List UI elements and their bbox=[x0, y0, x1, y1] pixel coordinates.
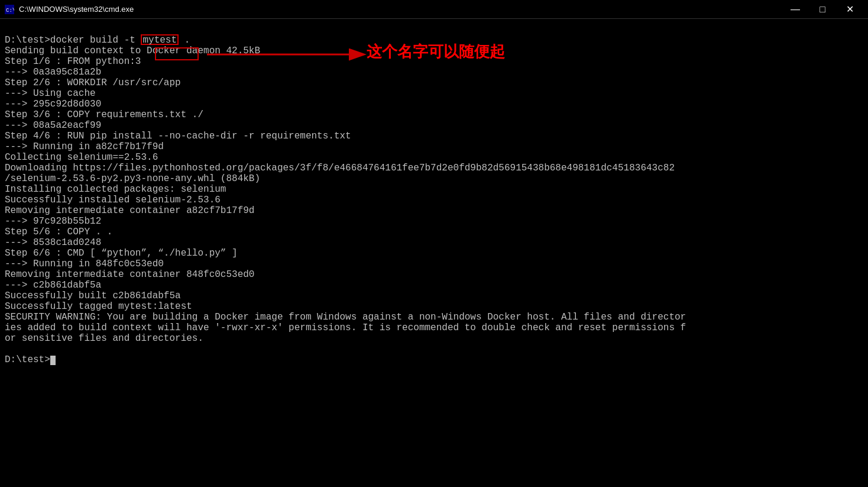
line-30 bbox=[5, 344, 863, 354]
line-18: ---> 97c928b55b12 bbox=[5, 216, 863, 227]
line-6: ---> Using cache bbox=[5, 88, 863, 99]
line-16: Successfully installed selenium-2.53.6 bbox=[5, 195, 863, 205]
line-23: Removing intermediate container 848fc0c5… bbox=[5, 269, 863, 280]
line-11: ---> Running in a82cf7b17f9d bbox=[5, 141, 863, 152]
line-20: ---> 8538c1ad0248 bbox=[5, 237, 863, 248]
line-24: ---> c2b861dabf5a bbox=[5, 280, 863, 291]
minimize-button[interactable]: — bbox=[782, 0, 809, 19]
title-bar-title: C:\WINDOWS\system32\cmd.exe bbox=[19, 5, 134, 14]
title-bar: C:\ C:\WINDOWS\system32\cmd.exe — □ ✕ bbox=[0, 0, 868, 19]
line-13: Downloading https://files.pythonhosted.o… bbox=[5, 163, 863, 173]
line-28: ies added to build context will have '-r… bbox=[5, 322, 863, 333]
title-bar-left: C:\ C:\WINDOWS\system32\cmd.exe bbox=[5, 5, 134, 14]
line-14: /selenium-2.53.6-py2.py3-none-any.whl (8… bbox=[5, 173, 863, 184]
line-8: Step 3/6 : COPY requirements.txt ./ bbox=[5, 109, 863, 120]
line-17: Removing intermediate container a82cf7b1… bbox=[5, 205, 863, 216]
line-3: Step 1/6 : FROM python:3 bbox=[5, 56, 863, 67]
line-7: ---> 295c92d8d030 bbox=[5, 99, 863, 109]
terminal-output: D:\test>docker build -t mytest . Sending… bbox=[5, 24, 863, 365]
terminal-body: 这个名字可以随便起 D:\test>docker build -t mytest… bbox=[0, 19, 868, 487]
line-9: ---> 08a5a2eacf99 bbox=[5, 120, 863, 131]
svg-text:C:\: C:\ bbox=[6, 8, 14, 14]
line-25: Successfully built c2b861dabf5a bbox=[5, 291, 863, 301]
close-button[interactable]: ✕ bbox=[836, 0, 863, 19]
prompt-line: D:\test> bbox=[5, 354, 863, 365]
annotation-arrow bbox=[207, 44, 373, 65]
line-22: ---> Running in 848fc0c53ed0 bbox=[5, 259, 863, 269]
line-10: Step 4/6 : RUN pip install --no-cache-di… bbox=[5, 131, 863, 141]
cursor bbox=[50, 356, 56, 365]
line-19: Step 5/6 : COPY . . bbox=[5, 227, 863, 237]
line-12: Collecting selenium==2.53.6 bbox=[5, 152, 863, 163]
title-bar-controls: — □ ✕ bbox=[782, 0, 863, 19]
line-29: or sensitive files and directories. bbox=[5, 333, 863, 344]
line-15: Installing collected packages: selenium bbox=[5, 184, 863, 195]
cmd-window: C:\ C:\WINDOWS\system32\cmd.exe — □ ✕ 这个… bbox=[0, 0, 868, 487]
line-0 bbox=[5, 24, 863, 34]
line-27: SECURITY WARNING: You are building a Doc… bbox=[5, 312, 863, 322]
line-2: Sending build context to Docker daemon 4… bbox=[5, 46, 863, 56]
cmd-icon: C:\ bbox=[5, 5, 14, 14]
line-26: Successfully tagged mytest:latest bbox=[5, 301, 863, 312]
line-21: Step 6/6 : CMD [ “python”, “./hello.py” … bbox=[5, 248, 863, 259]
line-1: D:\test>docker build -t mytest . bbox=[5, 34, 863, 46]
line-5: Step 2/6 : WORKDIR /usr/src/app bbox=[5, 78, 863, 88]
maximize-button[interactable]: □ bbox=[809, 0, 836, 19]
line-4: ---> 0a3a95c81a2b bbox=[5, 67, 863, 78]
